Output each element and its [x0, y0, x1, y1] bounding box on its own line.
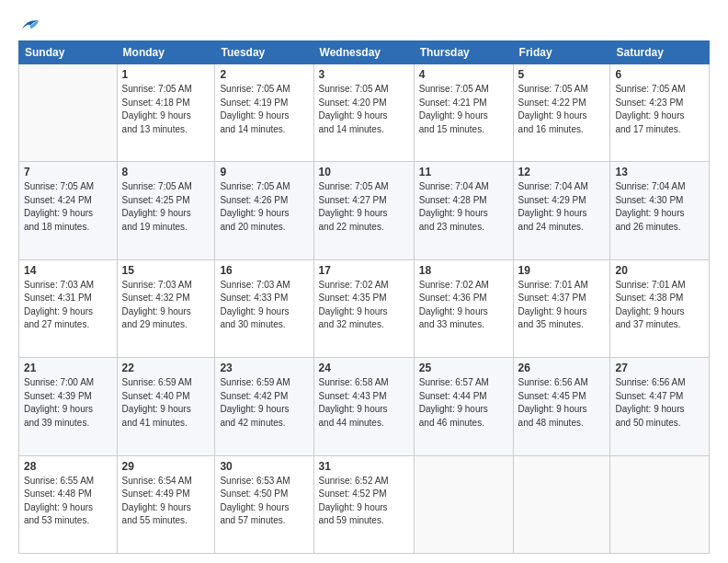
day-info: Sunrise: 7:05 AMSunset: 4:18 PMDaylight:…: [122, 83, 210, 136]
calendar-week-4: 21Sunrise: 7:00 AMSunset: 4:39 PMDayligh…: [19, 358, 710, 455]
day-info: Sunrise: 6:56 AMSunset: 4:47 PMDaylight:…: [615, 376, 704, 430]
header: [18, 17, 710, 33]
day-number: 17: [319, 264, 409, 277]
calendar-header-saturday: Saturday: [610, 41, 710, 64]
logo: [18, 17, 40, 33]
day-info: Sunrise: 7:00 AMSunset: 4:39 PMDaylight:…: [24, 376, 112, 430]
calendar-cell: 1Sunrise: 7:05 AMSunset: 4:18 PMDaylight…: [117, 64, 215, 162]
logo-bird-icon: [20, 17, 40, 33]
day-number: 5: [518, 68, 606, 81]
day-number: 16: [220, 264, 308, 277]
calendar-cell: 14Sunrise: 7:03 AMSunset: 4:31 PMDayligh…: [19, 259, 118, 357]
day-info: Sunrise: 7:04 AMSunset: 4:28 PMDaylight:…: [419, 180, 508, 234]
day-number: 21: [24, 362, 112, 374]
calendar-cell: 13Sunrise: 7:04 AMSunset: 4:30 PMDayligh…: [610, 162, 710, 259]
calendar-cell: 8Sunrise: 7:05 AMSunset: 4:25 PMDaylight…: [117, 162, 215, 259]
day-info: Sunrise: 7:03 AMSunset: 4:33 PMDaylight:…: [220, 279, 308, 332]
calendar-header-tuesday: Tuesday: [215, 41, 313, 64]
calendar-cell: 27Sunrise: 6:56 AMSunset: 4:47 PMDayligh…: [610, 358, 710, 455]
day-info: Sunrise: 6:55 AMSunset: 4:48 PMDaylight:…: [24, 475, 112, 528]
day-info: Sunrise: 7:05 AMSunset: 4:21 PMDaylight:…: [419, 83, 508, 136]
calendar-cell: 6Sunrise: 7:05 AMSunset: 4:23 PMDaylight…: [610, 64, 710, 162]
day-number: 25: [419, 362, 508, 374]
day-number: 20: [615, 264, 704, 277]
calendar-cell: 22Sunrise: 6:59 AMSunset: 4:40 PMDayligh…: [117, 358, 215, 455]
day-info: Sunrise: 7:03 AMSunset: 4:32 PMDaylight:…: [122, 279, 210, 332]
day-number: 10: [319, 166, 409, 178]
calendar-cell: 17Sunrise: 7:02 AMSunset: 4:35 PMDayligh…: [313, 259, 414, 357]
calendar-cell: 2Sunrise: 7:05 AMSunset: 4:19 PMDaylight…: [215, 64, 313, 162]
day-number: 13: [615, 166, 704, 178]
day-info: Sunrise: 7:01 AMSunset: 4:37 PMDaylight:…: [518, 279, 606, 332]
calendar-header-monday: Monday: [117, 41, 215, 64]
day-number: 3: [319, 68, 409, 81]
day-number: 6: [615, 68, 704, 81]
calendar-cell: 9Sunrise: 7:05 AMSunset: 4:26 PMDaylight…: [215, 162, 313, 259]
day-info: Sunrise: 6:52 AMSunset: 4:52 PMDaylight:…: [319, 475, 409, 528]
calendar-week-3: 14Sunrise: 7:03 AMSunset: 4:31 PMDayligh…: [19, 259, 710, 357]
day-info: Sunrise: 7:05 AMSunset: 4:20 PMDaylight:…: [319, 83, 409, 136]
day-number: 11: [419, 166, 508, 178]
calendar-week-1: 1Sunrise: 7:05 AMSunset: 4:18 PMDaylight…: [19, 64, 710, 162]
calendar-cell: 11Sunrise: 7:04 AMSunset: 4:28 PMDayligh…: [414, 162, 513, 259]
day-info: Sunrise: 6:53 AMSunset: 4:50 PMDaylight:…: [220, 475, 308, 528]
day-info: Sunrise: 7:05 AMSunset: 4:24 PMDaylight:…: [24, 180, 112, 234]
day-info: Sunrise: 6:57 AMSunset: 4:44 PMDaylight:…: [419, 376, 508, 430]
day-number: 22: [122, 362, 210, 374]
day-number: 19: [518, 264, 606, 277]
day-info: Sunrise: 6:59 AMSunset: 4:40 PMDaylight:…: [122, 376, 210, 430]
calendar-cell: 10Sunrise: 7:05 AMSunset: 4:27 PMDayligh…: [313, 162, 414, 259]
day-number: 7: [24, 166, 112, 178]
calendar-week-5: 28Sunrise: 6:55 AMSunset: 4:48 PMDayligh…: [19, 455, 710, 553]
day-number: 14: [24, 264, 112, 277]
calendar-cell: 3Sunrise: 7:05 AMSunset: 4:20 PMDaylight…: [313, 64, 414, 162]
calendar-cell: 23Sunrise: 6:59 AMSunset: 4:42 PMDayligh…: [215, 358, 313, 455]
calendar-cell: 25Sunrise: 6:57 AMSunset: 4:44 PMDayligh…: [414, 358, 513, 455]
day-info: Sunrise: 7:03 AMSunset: 4:31 PMDaylight:…: [24, 279, 112, 332]
day-number: 9: [220, 166, 308, 178]
day-info: Sunrise: 6:54 AMSunset: 4:49 PMDaylight:…: [122, 475, 210, 528]
day-info: Sunrise: 7:05 AMSunset: 4:27 PMDaylight:…: [319, 180, 409, 234]
calendar-cell: 16Sunrise: 7:03 AMSunset: 4:33 PMDayligh…: [215, 259, 313, 357]
day-info: Sunrise: 7:05 AMSunset: 4:19 PMDaylight:…: [220, 83, 308, 136]
calendar-header-sunday: Sunday: [19, 41, 118, 64]
day-number: 26: [518, 362, 606, 374]
page: SundayMondayTuesdayWednesdayThursdayFrid…: [0, 0, 728, 563]
day-number: 30: [220, 460, 308, 473]
calendar-cell: 4Sunrise: 7:05 AMSunset: 4:21 PMDaylight…: [414, 64, 513, 162]
calendar-cell: 15Sunrise: 7:03 AMSunset: 4:32 PMDayligh…: [117, 259, 215, 357]
calendar-header-row: SundayMondayTuesdayWednesdayThursdayFrid…: [19, 41, 710, 64]
calendar-cell: [610, 455, 710, 553]
day-number: 29: [122, 460, 210, 473]
day-info: Sunrise: 7:05 AMSunset: 4:23 PMDaylight:…: [615, 83, 704, 136]
day-number: 8: [122, 166, 210, 178]
calendar-header-friday: Friday: [513, 41, 610, 64]
day-number: 31: [319, 460, 409, 473]
calendar-cell: 31Sunrise: 6:52 AMSunset: 4:52 PMDayligh…: [313, 455, 414, 553]
day-info: Sunrise: 7:05 AMSunset: 4:22 PMDaylight:…: [518, 83, 606, 136]
calendar-cell: 28Sunrise: 6:55 AMSunset: 4:48 PMDayligh…: [19, 455, 118, 553]
day-info: Sunrise: 7:01 AMSunset: 4:38 PMDaylight:…: [615, 279, 704, 332]
day-number: 18: [419, 264, 508, 277]
calendar-cell: 24Sunrise: 6:58 AMSunset: 4:43 PMDayligh…: [313, 358, 414, 455]
calendar-cell: 5Sunrise: 7:05 AMSunset: 4:22 PMDaylight…: [513, 64, 610, 162]
day-number: 23: [220, 362, 308, 374]
day-info: Sunrise: 6:56 AMSunset: 4:45 PMDaylight:…: [518, 376, 606, 430]
day-number: 28: [24, 460, 112, 473]
calendar-cell: 19Sunrise: 7:01 AMSunset: 4:37 PMDayligh…: [513, 259, 610, 357]
day-info: Sunrise: 7:02 AMSunset: 4:36 PMDaylight:…: [419, 279, 508, 332]
day-info: Sunrise: 7:04 AMSunset: 4:30 PMDaylight:…: [615, 180, 704, 234]
logo-text: [18, 17, 40, 33]
day-number: 27: [615, 362, 704, 374]
day-info: Sunrise: 7:05 AMSunset: 4:26 PMDaylight:…: [220, 180, 308, 234]
calendar-header-thursday: Thursday: [414, 41, 513, 64]
calendar-cell: 29Sunrise: 6:54 AMSunset: 4:49 PMDayligh…: [117, 455, 215, 553]
calendar-cell: 30Sunrise: 6:53 AMSunset: 4:50 PMDayligh…: [215, 455, 313, 553]
calendar-cell: 7Sunrise: 7:05 AMSunset: 4:24 PMDaylight…: [19, 162, 118, 259]
day-info: Sunrise: 6:58 AMSunset: 4:43 PMDaylight:…: [319, 376, 409, 430]
calendar-cell: 18Sunrise: 7:02 AMSunset: 4:36 PMDayligh…: [414, 259, 513, 357]
calendar-cell: [414, 455, 513, 553]
day-number: 12: [518, 166, 606, 178]
day-info: Sunrise: 7:04 AMSunset: 4:29 PMDaylight:…: [518, 180, 606, 234]
calendar-header-wednesday: Wednesday: [313, 41, 414, 64]
